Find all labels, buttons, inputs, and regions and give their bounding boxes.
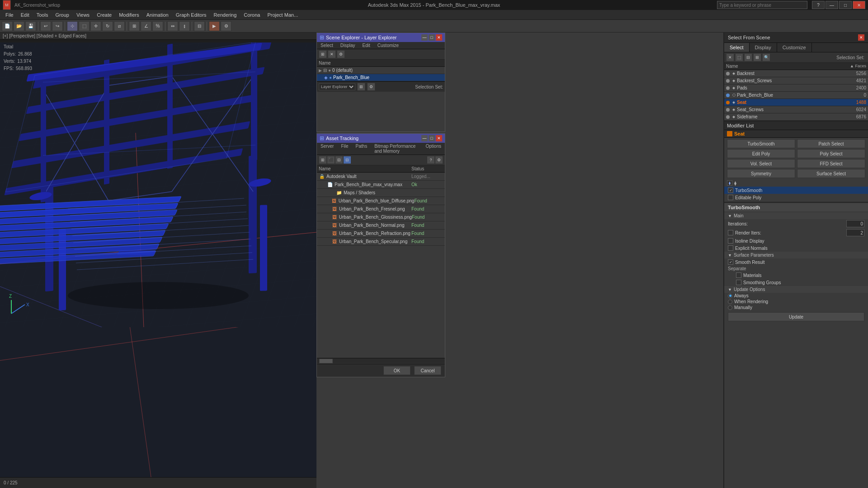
smoothing-groups-check[interactable]: [736, 280, 741, 285]
menu-views[interactable]: Views: [73, 11, 93, 19]
se-btn2[interactable]: ✕: [328, 50, 336, 58]
scene-explorer-maximize[interactable]: □: [429, 34, 435, 41]
se-btn1[interactable]: ⊞: [319, 50, 327, 58]
se-footer-btn1[interactable]: ⊞: [357, 83, 365, 91]
asset-row-vault[interactable]: 🔒 Autodesk Vault Logged...: [317, 173, 445, 181]
edit-poly-btn[interactable]: Edit Poly: [727, 149, 795, 158]
tab-display[interactable]: Display: [750, 43, 777, 52]
at-menu-server[interactable]: Server: [317, 143, 337, 155]
asset-row-maps-folder[interactable]: 📁 Maps / Shaders: [317, 189, 445, 197]
main-section-header[interactable]: ▼ Main: [724, 212, 868, 219]
scene-obj-pads[interactable]: ◈ Pads 2400: [724, 84, 868, 92]
at-btn2[interactable]: ⬛: [327, 156, 335, 164]
scene-obj-seat-screws[interactable]: ◈ Seat_Screws 6024: [724, 106, 868, 113]
asset-ok-btn[interactable]: OK: [383, 366, 410, 375]
menu-graph-editors[interactable]: Graph Editors: [172, 11, 210, 19]
scene-explorer-minimize[interactable]: —: [421, 34, 428, 41]
sfs-btn3[interactable]: ⊟: [744, 53, 752, 61]
scene-explorer-menu-edit[interactable]: Edit: [359, 42, 374, 49]
symmetry-btn[interactable]: Symmetry: [727, 169, 795, 178]
ep-checkbox[interactable]: [728, 195, 733, 200]
isoline-check[interactable]: [728, 238, 733, 244]
scene-obj-backrest-screws[interactable]: ◈ Backrest_Screws 4821: [724, 77, 868, 84]
scene-explorer-close[interactable]: ✕: [436, 34, 442, 41]
surface-params-header[interactable]: ▼ Surface Parameters: [724, 252, 868, 258]
scene-park-bench-blue[interactable]: ◈ ● Park_Bench_Blue: [317, 74, 445, 81]
asset-row-normal[interactable]: 🖼 Urban_Park_Bench_Normal.png Found: [317, 221, 445, 230]
sfs-btn1[interactable]: ✕: [726, 53, 734, 61]
render-btn[interactable]: ▶: [209, 21, 220, 31]
at-settings[interactable]: ⚙: [435, 156, 443, 164]
asset-row-glossiness[interactable]: 🖼 Urban_Park_Bench_Glossiness.png Found: [317, 213, 445, 221]
viewport-canvas[interactable]: X Z: [0, 42, 316, 477]
update-btn[interactable]: Update: [728, 312, 864, 321]
open-btn[interactable]: 📂: [14, 21, 24, 31]
menu-modifiers[interactable]: Modifiers: [115, 11, 143, 19]
scene-obj-sideframe[interactable]: ◈ Sideframe 6876: [724, 113, 868, 121]
editable-poly-modifier-item[interactable]: Editable Poly: [724, 194, 868, 201]
close-btn[interactable]: ✕: [853, 1, 865, 9]
vol-select-btn[interactable]: Vol. Select: [727, 159, 795, 168]
layer-mgr-btn[interactable]: ⊟: [194, 21, 205, 31]
rotate-btn[interactable]: ↻: [102, 21, 113, 31]
sfs-close-btn[interactable]: ✕: [858, 34, 864, 41]
asset-tracking-minimize[interactable]: —: [421, 135, 428, 141]
snap-btn[interactable]: ⊞: [129, 21, 140, 31]
at-menu-paths[interactable]: Paths: [352, 143, 371, 155]
minimize-btn[interactable]: —: [826, 1, 838, 9]
select-btn[interactable]: ⊹: [67, 21, 78, 31]
menu-group[interactable]: Group: [52, 11, 73, 19]
sfs-btn4[interactable]: ⊞: [753, 53, 761, 61]
always-radio[interactable]: [728, 294, 732, 298]
se-btn3[interactable]: ⚙: [337, 50, 345, 58]
layer-explorer-select[interactable]: Layer Explorer: [319, 83, 355, 90]
asset-tracking-maximize[interactable]: □: [429, 135, 435, 141]
update-options-header[interactable]: ▼ Update Options: [724, 286, 868, 293]
fpd-select-btn[interactable]: FFD Select: [797, 159, 865, 168]
move-btn[interactable]: ✛: [90, 21, 101, 31]
sfs-btn5[interactable]: 🔍: [762, 53, 770, 61]
render-iters-input[interactable]: [846, 229, 864, 236]
render-setup-btn[interactable]: ⚙: [221, 21, 231, 31]
asset-scrollbar[interactable]: [317, 358, 445, 363]
at-help[interactable]: ?: [427, 156, 435, 164]
se-footer-btn2[interactable]: ⚙: [367, 83, 375, 91]
scene-explorer-menu-select[interactable]: Select: [317, 42, 337, 49]
poly-select-btn[interactable]: Poly Select: [797, 149, 865, 158]
asset-row-specular[interactable]: 🖼 Urban_Park_Bench_Specular.png Found: [317, 238, 445, 246]
smooth-result-check[interactable]: ✓: [728, 259, 733, 265]
scene-obj-seat[interactable]: ◈ Seat 1488: [724, 99, 868, 106]
turbo-smooth-btn[interactable]: TurboSmooth: [727, 139, 795, 148]
at-menu-file[interactable]: File: [337, 143, 352, 155]
align-btn[interactable]: ⫿: [179, 21, 190, 31]
menu-create[interactable]: Create: [93, 11, 115, 19]
menu-file[interactable]: File: [2, 11, 17, 19]
scene-obj-backrest[interactable]: ◈ Backrest 5256: [724, 70, 868, 77]
menu-project-man[interactable]: Project Man...: [264, 11, 302, 19]
menu-corona[interactable]: Corona: [240, 11, 264, 19]
keyword-search[interactable]: [717, 1, 807, 9]
scene-explorer-menu-customize[interactable]: Customize: [374, 42, 402, 49]
scrollbar-thumb[interactable]: [319, 359, 333, 363]
asset-tracking-close[interactable]: ✕: [436, 135, 442, 141]
at-btn3[interactable]: ⊟: [335, 156, 343, 164]
at-btn1[interactable]: ⊞: [319, 156, 327, 164]
mirror-btn[interactable]: ⇔: [167, 21, 178, 31]
scene-layer-default[interactable]: ▶ ⊟ ● 0 (default): [317, 67, 445, 74]
render-iters-check[interactable]: [728, 230, 733, 235]
percent-snap-btn[interactable]: %: [152, 21, 163, 31]
asset-row-diffuse[interactable]: 🖼 Urban_Park_Bench_blue_Diffuse.png Foun…: [317, 197, 445, 205]
when-rendering-radio[interactable]: [728, 300, 732, 304]
at-menu-bitmap[interactable]: Bitmap Performance and Memory: [371, 143, 422, 155]
maximize-btn[interactable]: □: [839, 1, 852, 9]
menu-tools[interactable]: Tools: [33, 11, 52, 19]
scale-btn[interactable]: ⧄: [114, 21, 125, 31]
iterations-input[interactable]: [846, 220, 864, 227]
ts-checkbox[interactable]: ✓: [728, 188, 733, 193]
materials-check[interactable]: [736, 272, 741, 278]
at-btn4[interactable]: ⊟: [343, 156, 351, 164]
menu-rendering[interactable]: Rendering: [210, 11, 241, 19]
patch-select-btn[interactable]: Patch Select: [797, 139, 865, 148]
explicit-normals-check[interactable]: [728, 245, 733, 251]
turbo-smooth-modifier-item[interactable]: ✓ TurboSmooth: [724, 187, 868, 194]
